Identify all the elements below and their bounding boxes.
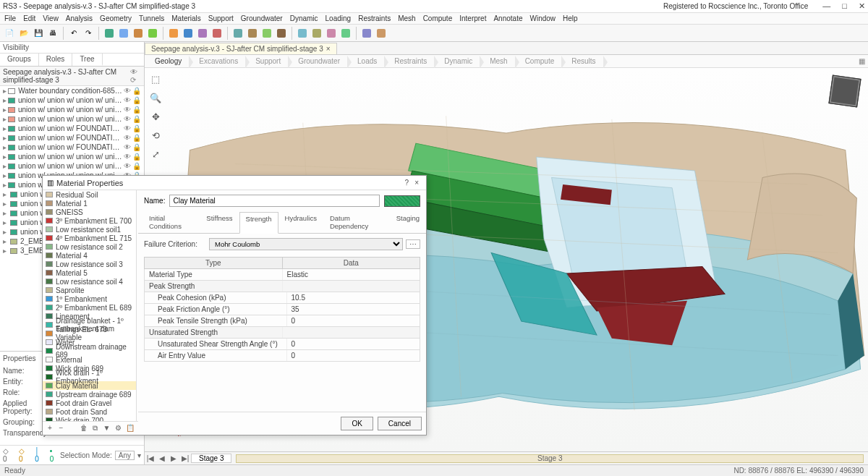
stage-name[interactable]: Stage 3 bbox=[191, 454, 231, 463]
eye-icon[interactable]: 👁 bbox=[124, 153, 131, 161]
breadcrumb-groundwater[interactable]: Groundwater bbox=[288, 56, 347, 67]
breadcrumb-results[interactable]: Results bbox=[561, 56, 603, 67]
material-item[interactable]: GNEISS bbox=[43, 208, 136, 216]
zoom-icon[interactable]: 🔍 bbox=[149, 91, 162, 104]
grid-row[interactable]: Air Entry Value0 bbox=[144, 350, 420, 362]
toolbar-tool-0[interactable] bbox=[103, 27, 116, 40]
toolbar-icon[interactable]: 📂 bbox=[17, 27, 30, 40]
dialog-close-icon[interactable]: × bbox=[412, 179, 422, 187]
material-toolbar-button[interactable]: − bbox=[57, 423, 66, 433]
eye-icon[interactable]: 👁 bbox=[124, 87, 131, 95]
rotate-icon[interactable]: ⟲ bbox=[149, 129, 162, 142]
material-toolbar-button[interactable] bbox=[68, 423, 77, 433]
toolbar-icon[interactable]: ↷ bbox=[82, 27, 95, 40]
menu-annotate[interactable]: Annotate bbox=[493, 14, 522, 22]
toolbar-tool-15[interactable] bbox=[339, 27, 352, 40]
eye-icon[interactable]: 👁 bbox=[124, 143, 131, 151]
lock-icon[interactable]: 🔒 bbox=[132, 134, 141, 142]
material-item[interactable]: Saprolite bbox=[43, 286, 136, 294]
material-item[interactable]: Foot drain Sand bbox=[43, 407, 136, 416]
toolbar-tool-7[interactable] bbox=[210, 27, 224, 40]
grid-row[interactable]: Unsaturated Strength bbox=[144, 327, 420, 339]
view-cube[interactable] bbox=[828, 75, 861, 107]
zoom-extents-icon[interactable]: ⬚ bbox=[149, 72, 162, 85]
dialog-help-icon[interactable]: ? bbox=[402, 179, 412, 187]
lock-icon[interactable]: 🔒 bbox=[132, 115, 141, 123]
maximize-icon[interactable]: □ bbox=[842, 1, 847, 11]
grid-row[interactable]: Unsaturated Shear Strength Angle (°)0 bbox=[144, 339, 420, 350]
lock-icon[interactable]: 🔒 bbox=[132, 124, 141, 132]
material-item[interactable]: 1º Embankment bbox=[43, 294, 136, 303]
visibility-tab-groups[interactable]: Groups bbox=[0, 54, 39, 66]
tree-title-icons[interactable]: 👁 ⟳ bbox=[130, 68, 141, 84]
material-item[interactable]: Downstream drainage 689 bbox=[43, 347, 136, 355]
failure-criterion-more-icon[interactable]: ⋯ bbox=[406, 239, 420, 249]
eye-icon[interactable]: 👁 bbox=[124, 115, 131, 123]
breadcrumb-mesh[interactable]: Mesh bbox=[480, 56, 514, 67]
material-item[interactable]: Material 5 bbox=[43, 268, 136, 277]
document-tab[interactable]: Seepage analysis-v.3 - SJ-after CM simpl… bbox=[145, 43, 337, 54]
eye-icon[interactable]: 👁 bbox=[124, 124, 131, 132]
material-item[interactable]: Wick drain - 1º Embankment bbox=[43, 373, 136, 381]
toolbar-tool-6[interactable] bbox=[196, 27, 209, 40]
tree-item[interactable]: ▸union w/ union w/ FOUNDATION.SAPROLITE.… bbox=[0, 133, 144, 143]
material-item[interactable]: Upstream drainage 689 bbox=[43, 390, 136, 399]
material-item[interactable]: Low resistance soil 4 bbox=[43, 277, 136, 286]
material-tab-staging[interactable]: Staging bbox=[390, 211, 426, 233]
ok-button[interactable]: OK bbox=[341, 417, 373, 430]
material-item[interactable]: Low resistance soil1 bbox=[43, 225, 136, 234]
stage-prev-icon[interactable]: ◀ bbox=[156, 454, 168, 462]
breadcrumb-excavations[interactable]: Excavations bbox=[189, 56, 245, 67]
toolbar-icon[interactable]: 🖶 bbox=[46, 27, 59, 40]
menu-help[interactable]: Help bbox=[563, 14, 578, 22]
eye-icon[interactable]: 👁 bbox=[124, 162, 131, 170]
tree-item[interactable]: ▸union w/ union w/ FOUNDATION.SAPROLITE.… bbox=[0, 143, 144, 152]
tree-item[interactable]: ▸union w/ union w/ union w/ union w/ uni… bbox=[0, 114, 144, 124]
lock-icon[interactable]: 🔒 bbox=[132, 153, 141, 161]
material-toolbar-button[interactable]: + bbox=[46, 423, 54, 433]
toolbar-icon[interactable]: ↶ bbox=[67, 27, 80, 40]
menu-tunnels[interactable]: Tunnels bbox=[139, 14, 164, 22]
toolbar-tool-5[interactable] bbox=[182, 27, 195, 40]
tree-item[interactable]: ▸union w/ union w/ union w/ union w/ FOU… bbox=[0, 161, 144, 171]
toolbar-tool-9[interactable] bbox=[246, 27, 259, 40]
material-toolbar-button[interactable]: ⧉ bbox=[91, 423, 100, 433]
toolbar-tool-16[interactable] bbox=[360, 27, 373, 40]
menu-restraints[interactable]: Restraints bbox=[358, 14, 391, 22]
toolbar-tool-1[interactable] bbox=[117, 27, 130, 40]
tree-item[interactable]: ▸union w/ union w/ union w/ union w/ FOU… bbox=[0, 95, 144, 105]
grid-row[interactable]: Peak Friction Angle (°)35 bbox=[144, 304, 420, 315]
stage-last-icon[interactable]: ▶| bbox=[179, 454, 191, 462]
material-name-input[interactable] bbox=[169, 195, 380, 207]
material-item[interactable]: Material 1 bbox=[43, 199, 136, 208]
menu-dynamic[interactable]: Dynamic bbox=[290, 14, 318, 22]
menu-loading[interactable]: Loading bbox=[326, 14, 352, 22]
tree-item[interactable]: ▸Water boundary condition-685_geom.Defau… bbox=[0, 86, 144, 95]
expand-icon[interactable]: ⤢ bbox=[149, 148, 162, 161]
menu-materials[interactable]: Materials bbox=[171, 14, 201, 22]
material-list[interactable]: Residual SoilMaterial 1GNEISS3º Embankme… bbox=[43, 190, 137, 421]
breadcrumb-dynamic[interactable]: Dynamic bbox=[434, 56, 480, 67]
toolbar-tool-13[interactable] bbox=[310, 27, 323, 40]
menu-edit[interactable]: Edit bbox=[23, 14, 35, 22]
material-item[interactable]: Foot drain Gravel bbox=[43, 399, 136, 407]
visibility-tab-roles[interactable]: Roles bbox=[39, 54, 73, 66]
material-item[interactable]: Wick drain 700 bbox=[43, 416, 136, 421]
menu-compute[interactable]: Compute bbox=[423, 14, 453, 22]
lock-icon[interactable]: 🔒 bbox=[132, 106, 141, 114]
selection-mode-value[interactable]: Any bbox=[115, 451, 135, 460]
failure-criterion-select[interactable]: Mohr Coulomb bbox=[209, 238, 403, 250]
grid-row[interactable]: Material TypeElastic bbox=[144, 269, 420, 281]
material-hatch-swatch[interactable] bbox=[384, 195, 420, 207]
tab-close-icon[interactable]: × bbox=[326, 45, 331, 53]
material-item[interactable]: Material 4 bbox=[43, 251, 136, 260]
lock-icon[interactable]: 🔒 bbox=[132, 87, 141, 95]
pan-icon[interactable]: ✥ bbox=[149, 110, 162, 123]
grid-icon[interactable]: ▦ bbox=[859, 57, 865, 65]
menu-support[interactable]: Support bbox=[208, 14, 234, 22]
eye-icon[interactable]: 👁 bbox=[124, 106, 131, 114]
material-item[interactable]: 2º Embankment EL 689 bbox=[43, 303, 136, 312]
selection-mode-dropdown-icon[interactable]: ▾ bbox=[137, 451, 141, 459]
toolbar-tool-17[interactable] bbox=[375, 27, 388, 40]
material-item[interactable]: Low resistance soil 3 bbox=[43, 260, 136, 268]
